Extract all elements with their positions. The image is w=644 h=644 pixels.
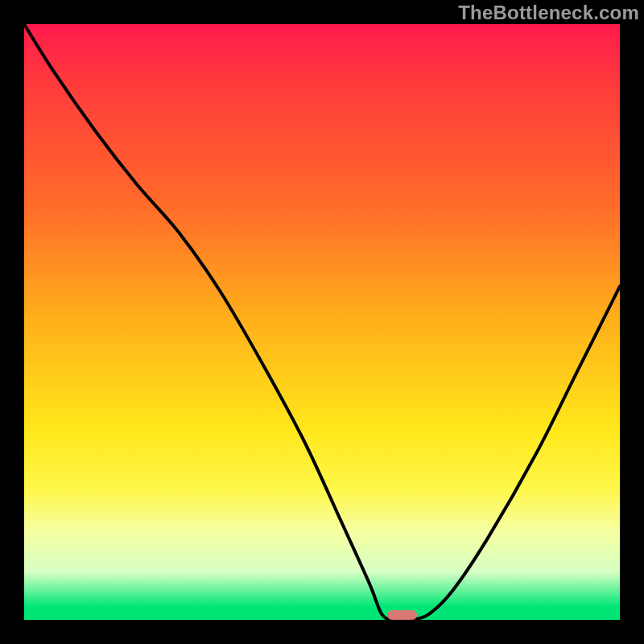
- sweet-spot-marker: [387, 610, 417, 620]
- bottleneck-curve: [24, 24, 620, 620]
- watermark-text: TheBottleneck.com: [458, 2, 639, 24]
- chart-frame: TheBottleneck.com: [0, 0, 644, 644]
- plot-area: [24, 24, 620, 620]
